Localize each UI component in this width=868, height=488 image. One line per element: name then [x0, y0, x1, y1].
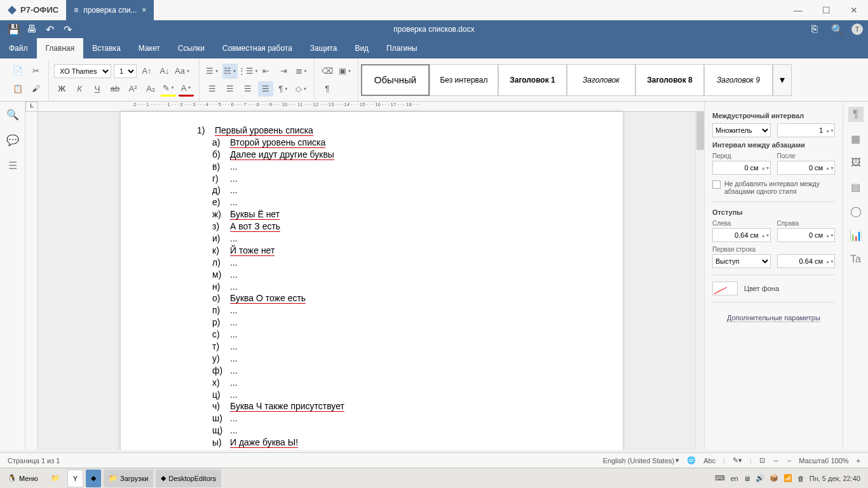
style-0[interactable]: Обычный	[361, 64, 430, 96]
display-icon[interactable]: 🖥	[743, 475, 750, 482]
page-status[interactable]: Страница 1 из 1	[8, 457, 60, 464]
fill-color-icon[interactable]: ▣	[337, 64, 353, 79]
redo-icon[interactable]: ↷	[58, 20, 76, 38]
minimize-button[interactable]: —	[784, 0, 812, 20]
superscript-icon[interactable]: A²	[125, 81, 140, 97]
spacing-after[interactable]: ▲▼	[777, 161, 836, 175]
vertical-ruler[interactable]	[25, 112, 38, 450]
font-color-icon[interactable]: A	[179, 81, 194, 97]
underline-icon[interactable]: Ч	[90, 81, 105, 97]
fit-page-icon[interactable]: ⊡	[759, 456, 765, 464]
undo-icon[interactable]: ↶	[41, 20, 58, 38]
menu-плагины[interactable]: Плагины	[377, 38, 426, 58]
headings-icon[interactable]: ☰	[5, 158, 20, 173]
textart-settings-icon[interactable]: Ta	[848, 252, 864, 267]
menu-вставка[interactable]: Вставка	[83, 38, 130, 58]
downloads-task[interactable]: 📁 Загрузки	[104, 470, 153, 487]
style-1[interactable]: Без интервал	[430, 64, 498, 96]
paste-icon[interactable]: 📋	[10, 81, 25, 97]
menu-файл[interactable]: Файл	[0, 38, 37, 58]
menu-ссылки[interactable]: Ссылки	[169, 38, 214, 58]
shape-settings-icon[interactable]: ◯	[848, 203, 864, 219]
style-2[interactable]: Заголовок 1	[498, 64, 567, 96]
increase-font-icon[interactable]: A↑	[139, 64, 154, 79]
decrease-font-icon[interactable]: A↓	[157, 64, 172, 79]
start-menu-button[interactable]: 🐧 Меню	[3, 470, 43, 487]
increase-indent-icon[interactable]: ⇥	[276, 64, 291, 79]
spacing-before[interactable]: ▲▼	[712, 161, 771, 175]
indent-left[interactable]: ▲▼	[712, 228, 771, 242]
style-5[interactable]: Заголовок 9	[704, 64, 773, 96]
close-tab-icon[interactable]: ×	[142, 6, 146, 15]
strike-icon[interactable]: ab	[107, 81, 123, 97]
clock[interactable]: Пн, 5 дек, 22:40	[810, 475, 860, 482]
bullets-icon[interactable]: ☰	[205, 64, 220, 79]
highlight-icon[interactable]: ✎	[161, 81, 176, 97]
open-location-icon[interactable]: ⎘	[806, 20, 824, 38]
scroll-thumb[interactable]	[696, 112, 704, 150]
network-icon[interactable]: 📶	[783, 474, 792, 482]
close-button[interactable]: ✕	[840, 0, 868, 20]
menu-макет[interactable]: Макет	[130, 38, 169, 58]
font-name-select[interactable]: XO Thames	[54, 64, 111, 78]
volume-icon[interactable]: 🔊	[756, 474, 764, 482]
vertical-scrollbar[interactable]	[695, 112, 704, 450]
fit-width-icon[interactable]: ↔	[773, 457, 780, 464]
numbering-icon[interactable]: ☵	[222, 64, 238, 79]
track-changes-icon[interactable]: ✎▾	[733, 456, 742, 464]
line-spacing-value[interactable]: ▲▼	[777, 123, 836, 137]
style-3[interactable]: Заголовок	[567, 64, 635, 96]
paragraph-settings-icon[interactable]: ¶	[848, 107, 864, 122]
image-settings-icon[interactable]: 🖼	[848, 155, 864, 170]
change-case-icon[interactable]: Aa	[175, 64, 190, 79]
header-footer-icon[interactable]: ▤	[848, 179, 864, 194]
document-page[interactable]: 1) Первый уровень списка а)Второй уровен…	[121, 112, 623, 450]
find-icon[interactable]: 🔍	[5, 107, 20, 122]
advanced-settings-link[interactable]: Дополнительные параметры	[727, 314, 820, 322]
files-icon[interactable]: 📁	[46, 470, 65, 487]
keyboard-icon[interactable]: ⌨	[715, 474, 725, 482]
line-spacing-type[interactable]: Множитель	[712, 123, 771, 137]
spellcheck-icon[interactable]: 🌐	[687, 456, 696, 464]
updates-icon[interactable]: 📦	[770, 474, 778, 482]
nonprinting-icon[interactable]: ¶	[320, 81, 335, 97]
style-4[interactable]: Заголовок 8	[635, 64, 704, 96]
trash-icon[interactable]: 🗑	[797, 475, 804, 482]
document-tab[interactable]: ≡ проверка спи... ×	[66, 0, 154, 20]
menu-вид[interactable]: Вид	[346, 38, 377, 58]
align-right-icon[interactable]: ☰	[240, 81, 255, 97]
shading-icon[interactable]: ◇	[294, 81, 309, 97]
zoom-out-icon[interactable]: −	[787, 457, 791, 464]
bg-color-button[interactable]	[712, 281, 738, 295]
user-avatar[interactable]: Т	[851, 24, 863, 35]
save-icon[interactable]: 💾	[5, 20, 23, 38]
browser-icon[interactable]: Y	[67, 470, 83, 487]
clear-format-icon[interactable]: ⌫	[320, 64, 335, 79]
format-painter-icon[interactable]: 🖌	[28, 81, 43, 97]
table-settings-icon[interactable]: ▦	[848, 131, 864, 146]
decrease-indent-icon[interactable]: ⇤	[258, 64, 273, 79]
first-line-type[interactable]: Выступ	[712, 254, 771, 268]
print-icon[interactable]: 🖶	[23, 20, 41, 38]
align-center-icon[interactable]: ☰	[222, 81, 238, 97]
language-status[interactable]: English (United States) ▾	[603, 456, 680, 464]
zoom-in-icon[interactable]: +	[857, 457, 860, 464]
menu-совместная работа[interactable]: Совместная работа	[214, 38, 301, 58]
subscript-icon[interactable]: A₂	[143, 81, 158, 97]
chart-settings-icon[interactable]: 📊	[848, 227, 864, 243]
multilevel-icon[interactable]: ⋮☰	[240, 64, 255, 79]
lang-indicator[interactable]: en	[730, 475, 738, 482]
horizontal-ruler[interactable]: 2 · · · 1 · · · · · · 1 · · · 2 · · · 3 …	[38, 102, 704, 112]
line-spacing-icon[interactable]: ≣	[294, 64, 309, 79]
checkbox-icon[interactable]	[712, 180, 721, 189]
cut-icon[interactable]: ✂	[28, 64, 43, 79]
comments-icon[interactable]: 💬	[5, 132, 20, 147]
copy-icon[interactable]: 📄	[10, 64, 25, 79]
no-space-same-style[interactable]: Не добавлять интервал между абзацами одн…	[712, 180, 835, 195]
zoom-label[interactable]: Масштаб 100%	[799, 457, 848, 464]
align-left-icon[interactable]: ☰	[205, 81, 220, 97]
italic-icon[interactable]: К	[72, 81, 87, 97]
bold-icon[interactable]: Ж	[54, 81, 69, 97]
maximize-button[interactable]: ☐	[812, 0, 840, 20]
font-size-select[interactable]: 12	[114, 64, 137, 78]
